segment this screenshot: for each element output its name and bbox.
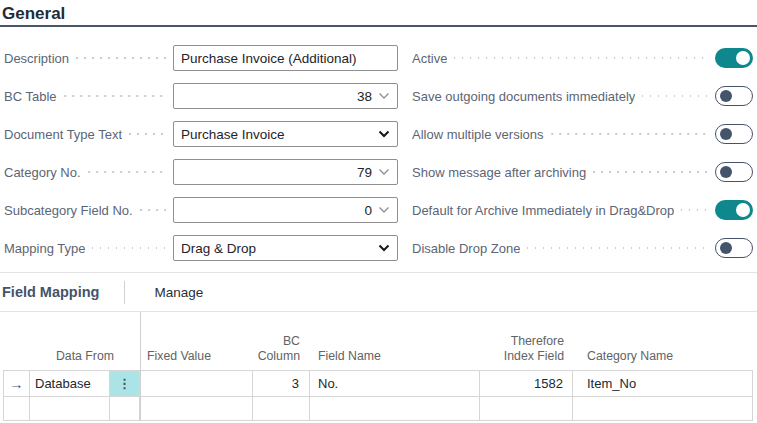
disable-drop-zone-label: Disable Drop Zone [412, 241, 520, 256]
cell-data-from[interactable] [30, 397, 110, 420]
description-label: Description [4, 51, 69, 66]
active-label: Active [412, 51, 447, 66]
table-row [3, 397, 753, 421]
general-section-title: General [0, 0, 757, 24]
cell-therefore-index-field[interactable]: 1582 [480, 371, 573, 396]
dotted-leader [551, 133, 709, 135]
category-no-value: 79 [181, 165, 378, 180]
dotted-leader [527, 247, 708, 249]
field-mapping-table: Data From Fixed Value BC Column Field Na… [3, 312, 753, 421]
field-row-document-type-text: Document Type Text Purchase Invoice [4, 115, 398, 153]
active-toggle[interactable] [715, 48, 753, 68]
save-outgoing-label: Save outgoing documents immediately [412, 89, 635, 104]
select-chevron-down-icon[interactable] [378, 130, 390, 138]
table-header-row: Data From Fixed Value BC Column Field Na… [3, 312, 753, 370]
general-fields-column: Description Purchase Invoice (Additional… [0, 39, 398, 267]
header-therefore-index-field[interactable]: Therefore Index Field [480, 334, 573, 370]
toggle-row-allow-multiple-versions: Allow multiple versions [412, 115, 753, 153]
cell-bc-column[interactable] [253, 397, 310, 420]
field-row-subcategory-field-no: Subcategory Field No. 0 [4, 191, 398, 229]
field-row-bc-table: BC Table 38 [4, 77, 398, 115]
toggle-knob [736, 51, 750, 65]
allow-multiple-versions-label: Allow multiple versions [412, 127, 544, 142]
cell-therefore-index-field[interactable] [480, 397, 573, 420]
vertical-ellipsis-icon: ⋮ [118, 377, 131, 390]
category-no-input[interactable]: 79 [173, 159, 398, 185]
freeze-pane-divider [140, 312, 141, 421]
dotted-leader [64, 95, 166, 97]
bc-table-value: 38 [181, 89, 378, 104]
toggle-row-default-archive-dragdrop: Default for Archive Immediately in Drag&… [412, 191, 753, 229]
cell-category-name[interactable] [573, 397, 753, 420]
category-no-label: Category No. [4, 165, 81, 180]
toggle-row-active: Active [412, 39, 753, 77]
default-archive-dragdrop-toggle[interactable] [715, 200, 753, 220]
cell-menu-placeholder[interactable] [110, 397, 140, 420]
save-outgoing-toggle[interactable] [715, 86, 753, 106]
disable-drop-zone-toggle[interactable] [715, 238, 753, 258]
allow-multiple-versions-toggle[interactable] [715, 124, 753, 144]
subcategory-field-no-label: Subcategory Field No. [4, 203, 133, 218]
general-toggles-column: Active Save outgoing documents immediate… [412, 39, 757, 267]
select-chevron-down-icon[interactable] [378, 244, 390, 252]
dotted-leader [593, 171, 708, 173]
field-mapping-section: Field Mapping Manage Data From Fixed Val… [0, 272, 757, 421]
mapping-type-value: Drag & Drop [181, 241, 378, 256]
table-row: → Database ⋮ 3 No. 1582 Item_No [3, 370, 753, 397]
dotted-leader [642, 95, 708, 97]
dotted-leader [88, 171, 166, 173]
header-row-marker-column [3, 363, 30, 370]
description-input[interactable]: Purchase Invoice (Additional) [173, 45, 398, 71]
dotted-leader [129, 133, 166, 135]
cell-field-name[interactable] [310, 397, 480, 420]
toggle-row-show-message: Show message after archiving [412, 153, 753, 191]
general-section-rule [0, 25, 757, 27]
mapping-type-select[interactable]: Drag & Drop [173, 235, 398, 261]
show-message-toggle[interactable] [715, 162, 753, 182]
document-type-text-select[interactable]: Purchase Invoice [173, 121, 398, 147]
document-type-text-value: Purchase Invoice [181, 127, 378, 142]
bc-table-input[interactable]: 38 [173, 83, 398, 109]
header-bc-column[interactable]: BC Column [253, 334, 310, 370]
dotted-leader [92, 247, 166, 249]
toggle-knob [720, 242, 732, 254]
field-row-category-no: Category No. 79 [4, 153, 398, 191]
field-row-mapping-type: Mapping Type Drag & Drop [4, 229, 398, 267]
subcategory-field-no-input[interactable]: 0 [173, 197, 398, 223]
header-fixed-value[interactable]: Fixed Value [140, 349, 253, 371]
toggle-row-disable-drop-zone: Disable Drop Zone [412, 229, 753, 267]
caption-vertical-divider [124, 281, 125, 304]
dotted-leader [454, 57, 708, 59]
active-row-arrow-icon: → [3, 371, 30, 396]
dotted-leader [681, 209, 708, 211]
chevron-down-icon[interactable] [378, 206, 390, 214]
field-row-description: Description Purchase Invoice (Additional… [4, 39, 398, 77]
description-value: Purchase Invoice (Additional) [181, 51, 390, 66]
cell-data-from[interactable]: Database [30, 371, 110, 396]
archive-profile-card: General Description Purchase Invoice (Ad… [0, 0, 757, 423]
toggle-knob [720, 128, 732, 140]
cell-fixed-value[interactable] [140, 371, 253, 396]
document-type-text-label: Document Type Text [4, 127, 122, 142]
row-marker-cell [3, 397, 30, 420]
bc-table-label: BC Table [4, 89, 57, 104]
field-mapping-caption-row: Field Mapping Manage [0, 273, 757, 311]
cell-category-name[interactable]: Item_No [573, 371, 753, 396]
manage-menu-item[interactable]: Manage [154, 285, 203, 300]
default-archive-dragdrop-label: Default for Archive Immediately in Drag&… [412, 203, 674, 218]
toggle-row-save-outgoing: Save outgoing documents immediately [412, 77, 753, 115]
cell-fixed-value[interactable] [140, 397, 253, 420]
cell-field-name[interactable]: No. [310, 371, 480, 396]
header-field-name[interactable]: Field Name [310, 349, 480, 371]
chevron-down-icon[interactable] [378, 92, 390, 100]
subcategory-field-no-value: 0 [181, 203, 378, 218]
general-section: General Description Purchase Invoice (Ad… [0, 0, 757, 267]
cell-bc-column[interactable]: 3 [253, 371, 310, 396]
cell-context-menu-button[interactable]: ⋮ [110, 371, 140, 396]
header-data-from[interactable]: Data From [30, 349, 140, 371]
dotted-leader [140, 209, 166, 211]
show-message-label: Show message after archiving [412, 165, 586, 180]
chevron-down-icon[interactable] [378, 168, 390, 176]
header-category-name[interactable]: Category Name [573, 349, 753, 371]
toggle-knob [720, 166, 732, 178]
